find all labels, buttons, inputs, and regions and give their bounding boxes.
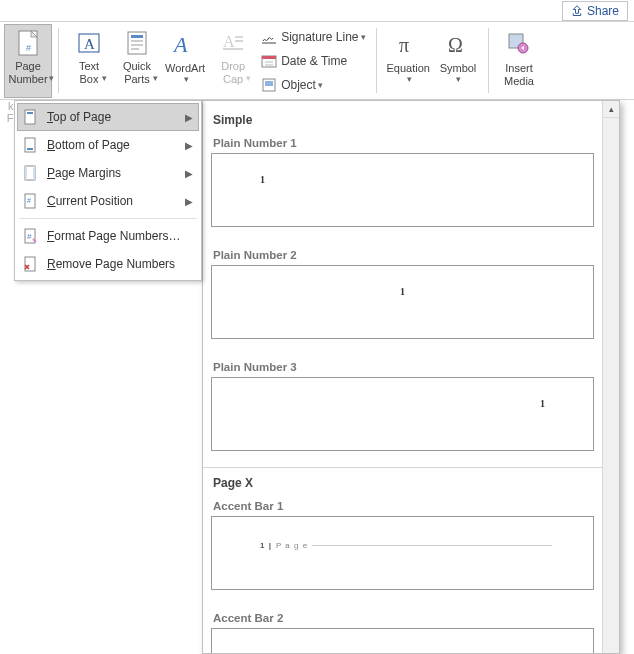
chevron-down-icon: ▾ xyxy=(407,74,412,84)
signature-line-icon xyxy=(261,29,277,45)
svg-rect-7 xyxy=(131,44,143,46)
svg-text:A: A xyxy=(84,36,95,52)
text-box-label: Text Box xyxy=(79,60,99,86)
svg-text:#: # xyxy=(27,232,32,241)
gallery-scrollbar[interactable]: ▴ xyxy=(602,101,619,653)
gallery-section-heading: Simple xyxy=(211,105,594,131)
svg-rect-26 xyxy=(27,112,33,114)
preview-page-number: 1 xyxy=(400,286,405,297)
gallery-item-label: Plain Number 1 xyxy=(211,131,594,153)
menu-format-page-numbers[interactable]: # Format Page Numbers… xyxy=(17,222,199,250)
page-number-icon: # xyxy=(12,28,44,58)
menu-bottom-of-page[interactable]: Bottom of Page ▶ xyxy=(17,131,199,159)
chevron-down-icon: ▾ xyxy=(456,74,461,84)
truncated-ribbon-text: k F xyxy=(0,100,14,124)
equation-button[interactable]: π Equation ▾ xyxy=(383,24,434,98)
remove-page-numbers-icon xyxy=(21,255,39,273)
chevron-down-icon: ▾ xyxy=(318,80,323,90)
gallery-section-heading: Page X xyxy=(211,468,594,494)
insert-media-button[interactable]: Insert Media xyxy=(495,24,543,98)
preview-page-number: 1 xyxy=(540,398,545,409)
svg-rect-36 xyxy=(25,257,35,271)
date-time-icon xyxy=(261,53,277,69)
wordart-icon: A xyxy=(169,28,201,60)
svg-text:Ω: Ω xyxy=(448,34,463,56)
submenu-arrow-icon: ▶ xyxy=(185,140,193,151)
menu-remove-label: Remove Page Numbers xyxy=(47,257,193,271)
svg-text:A: A xyxy=(223,33,235,50)
submenu-arrow-icon: ▶ xyxy=(185,168,193,179)
svg-rect-6 xyxy=(131,40,143,42)
gallery-item-preview[interactable]: P a g e| 1 xyxy=(211,628,594,653)
menu-bottom-label: Bottom of Page xyxy=(47,138,177,152)
gallery-item-preview[interactable]: 1 xyxy=(211,265,594,339)
gallery-item-label: Accent Bar 1 xyxy=(211,494,594,516)
chevron-down-icon: ▾ xyxy=(361,32,366,42)
gallery-item-label: Plain Number 3 xyxy=(211,355,594,377)
menu-current-position[interactable]: # Current Position ▶ xyxy=(17,187,199,215)
signature-line-button[interactable]: Signature Line ▾ xyxy=(257,26,369,48)
current-position-icon: # xyxy=(21,192,39,210)
preview-accent-bar: 1 |P a g e xyxy=(260,541,552,550)
svg-text:A: A xyxy=(172,32,188,57)
signature-line-label: Signature Line xyxy=(281,31,358,44)
svg-text:π: π xyxy=(399,34,409,56)
text-box-button[interactable]: A Text Box ▾ xyxy=(65,24,113,98)
page-number-menu: Top of Page ▶ Bottom of Page ▶ Page Marg… xyxy=(14,100,202,281)
page-number-gallery: SimplePlain Number 11Plain Number 21Plai… xyxy=(202,100,620,654)
page-number-button[interactable]: # Page Number ▾ xyxy=(4,24,52,98)
svg-text:#: # xyxy=(27,197,31,204)
svg-rect-5 xyxy=(131,35,143,38)
submenu-arrow-icon: ▶ xyxy=(185,196,193,207)
menu-page-margins[interactable]: Page Margins ▶ xyxy=(17,159,199,187)
chevron-down-icon: ▾ xyxy=(102,73,107,83)
date-time-button[interactable]: Date & Time xyxy=(257,50,369,72)
menu-top-label: Top of Page xyxy=(47,110,177,124)
format-page-numbers-icon: # xyxy=(21,227,39,245)
symbol-icon: Ω xyxy=(442,28,474,60)
menu-remove-page-numbers[interactable]: Remove Page Numbers xyxy=(17,250,199,278)
quick-parts-icon xyxy=(121,28,153,58)
share-icon xyxy=(571,5,583,17)
preview-page-number: 1 xyxy=(260,174,265,185)
drop-cap-label: Drop Cap xyxy=(221,60,245,86)
menu-margins-label: Page Margins xyxy=(47,166,177,180)
chevron-down-icon: ▾ xyxy=(246,73,251,83)
page-number-label: Page Number xyxy=(8,60,47,86)
insert-media-icon xyxy=(503,28,535,60)
svg-rect-30 xyxy=(25,166,27,180)
svg-rect-16 xyxy=(262,56,276,59)
gallery-item-preview[interactable]: 1 xyxy=(211,377,594,451)
share-button[interactable]: Share xyxy=(562,1,628,21)
svg-rect-12 xyxy=(235,40,243,42)
svg-rect-11 xyxy=(235,36,243,38)
symbol-button[interactable]: Ω Symbol ▾ xyxy=(434,24,482,98)
svg-rect-28 xyxy=(27,148,33,150)
insert-media-label: Insert Media xyxy=(504,62,534,88)
object-button[interactable]: Object ▾ xyxy=(257,74,369,96)
gallery-item-label: Accent Bar 2 xyxy=(211,606,594,628)
text-box-icon: A xyxy=(73,28,105,58)
quick-parts-label: Quick Parts xyxy=(123,60,151,86)
svg-text:#: # xyxy=(26,43,31,53)
scroll-up-button[interactable]: ▴ xyxy=(603,101,619,118)
menu-top-of-page[interactable]: Top of Page ▶ xyxy=(17,103,199,131)
top-of-page-icon xyxy=(21,108,39,126)
gallery-item-preview[interactable]: 1 |P a g e xyxy=(211,516,594,590)
svg-rect-8 xyxy=(131,48,139,50)
menu-format-label: Format Page Numbers… xyxy=(47,229,193,243)
chevron-down-icon: ▾ xyxy=(49,73,54,83)
chevron-down-icon: ▾ xyxy=(184,74,189,84)
object-label: Object xyxy=(281,79,316,92)
date-time-label: Date & Time xyxy=(281,55,347,68)
menu-current-label: Current Position xyxy=(47,194,177,208)
gallery-item-preview[interactable]: 1 xyxy=(211,153,594,227)
quick-parts-button[interactable]: Quick Parts ▾ xyxy=(113,24,161,98)
menu-separator xyxy=(19,218,197,219)
submenu-arrow-icon: ▶ xyxy=(185,112,193,123)
wordart-button[interactable]: A WordArt ▾ xyxy=(161,24,209,98)
share-label: Share xyxy=(587,4,619,18)
gallery-item-label: Plain Number 2 xyxy=(211,243,594,265)
svg-rect-13 xyxy=(223,48,243,50)
svg-rect-20 xyxy=(265,81,273,86)
